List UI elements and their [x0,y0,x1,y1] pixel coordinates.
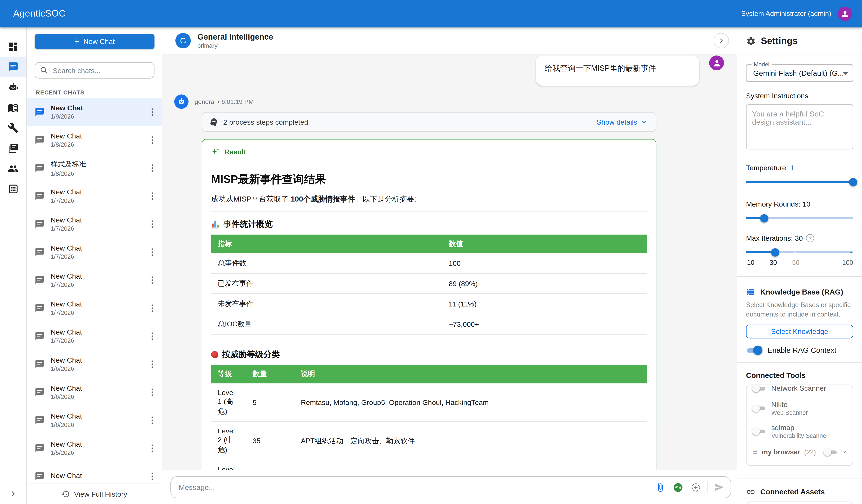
people-icon [8,163,19,174]
system-instructions-input[interactable] [746,104,853,149]
table-cell-text: Level 1 (高危) [218,388,235,415]
chat-item-menu-icon[interactable] [148,387,156,396]
chat-bubble-icon [35,387,44,397]
chat-item-menu-icon[interactable] [148,135,156,144]
table-cell-text: 总IOC数量 [218,320,252,328]
rail-expand-button[interactable] [0,487,26,501]
slider-thumb[interactable] [771,248,779,256]
chat-item-text: New Chat 1/7/2026 [51,328,142,344]
chat-list-item[interactable]: New Chat 1/6/2026 [27,378,162,406]
sidebar-item-chats[interactable] [0,56,26,77]
message-input-box[interactable]: Message... [170,476,731,498]
sidebar-item-users[interactable] [0,158,26,178]
memory-rounds-slider[interactable] [746,214,853,222]
tool-toggle[interactable] [752,427,767,435]
chat-item-menu-icon[interactable] [148,107,156,116]
show-details-button[interactable]: Show details [592,116,653,128]
model-value: Gemini Flash (Default) (G... [753,69,843,77]
sidebar-item-reports[interactable] [0,178,26,199]
select-knowledge-button[interactable]: Select Knowledge [746,324,853,338]
settings-panel: Settings Model Gemini Flash (Default) (G… [737,27,862,504]
search-input[interactable] [52,66,150,75]
chat-list-item[interactable]: New Chat 1/7/2026 [27,294,162,322]
chat-item-menu-icon[interactable] [148,163,156,172]
toggle-thumb [752,404,760,412]
sidebar-item-feeds[interactable] [0,138,26,158]
chat-list-item[interactable]: 样式及标准 1/8/2026 [27,154,162,182]
chat-item-menu-icon[interactable] [148,332,156,341]
chat-item-menu-icon[interactable] [148,304,156,312]
globe-icon [673,482,683,492]
attach-file-button[interactable] [654,481,666,493]
table-cell: 一般恶意软件、钓鱼活动 [294,460,647,470]
chat-bubble-icon [35,163,44,173]
tool-toggle[interactable] [752,404,767,412]
chat-list-item[interactable]: New Chat 1/7/2026 [27,182,162,210]
chat-list-item[interactable]: New Chat 1/6/2026 [27,350,162,378]
model-select[interactable]: Model Gemini Flash (Default) (G... [746,64,853,82]
temperature-slider[interactable] [746,178,853,186]
chat-item-menu-icon[interactable] [148,220,156,228]
mcp-toggle[interactable] [824,449,838,456]
result-sections: 事件统计概览 指标数值 [211,212,647,470]
chat-item-menu-icon[interactable] [148,248,156,256]
chat-item-date: 1/8/2026 [51,141,142,148]
web-search-button[interactable] [672,481,684,493]
sidebar-item-dashboard[interactable] [0,36,26,56]
system-instructions-label: System Instructions [746,92,853,100]
chat-item-menu-icon[interactable] [148,415,156,424]
chat-list-item[interactable]: New Chat 1/6/2026 [27,406,162,434]
chevron-down-icon[interactable] [842,449,847,456]
user-avatar[interactable] [838,6,852,21]
message-meta-text: general • 6:01:19 PM [195,98,254,105]
chat-bubble-icon [35,443,44,453]
chat-item-text: New Chat 1/6/2026 [51,384,142,400]
chat-list-item[interactable]: New Chat 1/7/2026 [27,322,162,350]
rag-toggle[interactable] [746,345,763,355]
chat-list-item[interactable]: New Chat 1/5/2026 [27,434,162,462]
bot-avatar [174,94,188,109]
toggle-thumb [752,384,760,392]
sidebar-item-agents[interactable] [0,77,26,97]
sidebar-item-knowledge[interactable] [0,97,26,118]
dashboard-icon [8,41,19,52]
new-chat-button[interactable]: + New Chat [35,34,155,49]
chat-item-menu-icon[interactable] [148,191,156,200]
help-icon[interactable] [806,234,814,242]
settings-title: Settings [761,36,798,47]
chat-list-item[interactable]: New Chat 1/7/2026 [27,210,162,238]
chat-item-title: New Chat [51,216,142,224]
history-icon [62,490,69,498]
collapse-panel-button[interactable] [714,33,729,48]
chat-item-menu-icon[interactable] [148,359,156,368]
chat-list-item[interactable]: New Chat 1/9/2026 [27,98,162,126]
chat-search[interactable] [35,62,155,79]
chat-list-item[interactable]: New Chat 1/8/2026 [27,126,162,154]
chat-item-title: New Chat [51,471,142,479]
chat-item-menu-icon[interactable] [148,276,156,284]
view-full-history[interactable]: View Full History [27,483,162,504]
person-icon [840,10,849,18]
chat-item-text: New Chat 1/6/2026 [51,412,142,428]
result-card: Result MISP最新事件查询结果 成功从MISP平台获取了 100个威胁情… [202,139,656,470]
table-header-cell: 数量 [246,365,294,383]
tool-name: Nikto [771,400,808,409]
send-button[interactable] [713,481,725,493]
chat-bubble-icon [35,191,44,201]
server-icon [752,448,758,456]
chat-item-menu-icon[interactable] [148,472,156,480]
slider-thumb[interactable] [849,178,857,186]
max-iterations-slider[interactable] [746,248,853,256]
gear-icon [746,36,756,46]
chat-item-menu-icon[interactable] [148,444,156,452]
psychology-icon [209,117,219,127]
slider-thumb[interactable] [760,214,768,223]
plus-icon: + [75,37,80,46]
chat-list-item[interactable]: New Chat 1/7/2026 [27,238,162,266]
auto-refresh-button[interactable] [690,481,702,493]
sidebar-item-tools[interactable] [0,118,26,138]
chat-list-item[interactable]: New Chat [27,462,162,483]
table-cell: APT组织活动、定向攻击、勒索软件 [294,422,647,460]
chat-list-item[interactable]: New Chat 1/7/2026 [27,266,162,294]
tool-toggle[interactable] [752,384,767,392]
